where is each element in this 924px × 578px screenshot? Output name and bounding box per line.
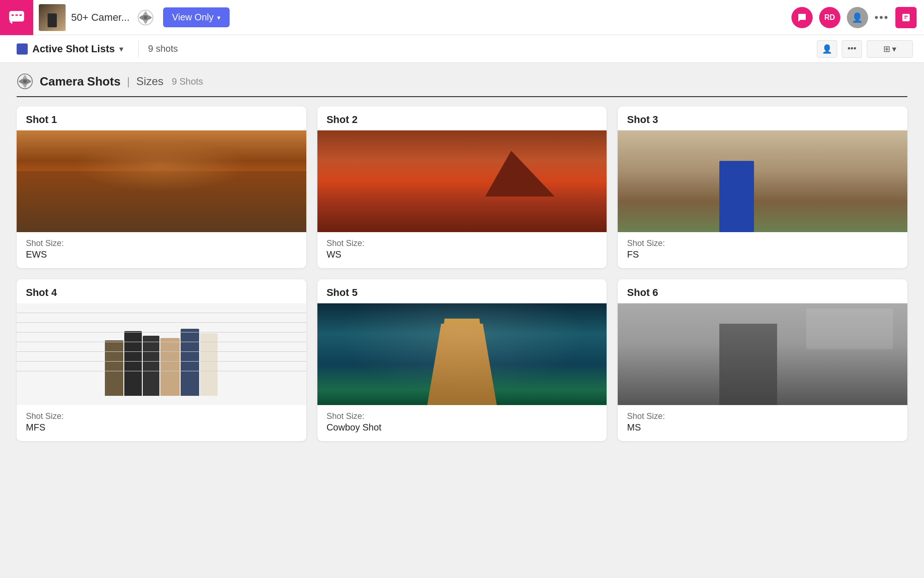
shot-1-size-value: EWS [26, 249, 297, 260]
shot-2-body: Shot Size: WS [317, 232, 607, 268]
shot-3-header: Shot 3 [618, 106, 907, 130]
shot-5-header: Shot 5 [317, 279, 607, 303]
shot-2-size-value: WS [327, 249, 598, 260]
sub-header-divider [138, 41, 139, 57]
shot-2-header: Shot 2 [317, 106, 607, 130]
shot-3-size-value: FS [627, 249, 898, 260]
shot-4-body: Shot Size: MFS [17, 405, 306, 441]
view-only-label: View Only [172, 12, 214, 23]
sub-header-bar: Active Shot Lists ▾ 9 shots 👤 ••• ⊞ ▾ [0, 35, 924, 63]
shot-2-size-label: Shot Size: [327, 239, 598, 248]
comment-icon-button[interactable] [791, 7, 813, 28]
section-shots-count: 9 Shots [172, 76, 203, 87]
shot-5-size-label: Shot Size: [327, 412, 598, 421]
notification-icon-button[interactable] [895, 7, 917, 28]
view-only-button[interactable]: View Only ▾ [163, 7, 230, 27]
shot-card-5: Shot 5 Shot Size: Cowboy Shot [317, 279, 607, 441]
section-logo-icon [17, 73, 33, 90]
shots-grid: Shot 1 Shot Size: EWS Shot 2 Shot Size: … [0, 106, 924, 458]
shot-4-size-label: Shot Size: [26, 412, 297, 421]
active-shot-lists-icon [17, 43, 28, 55]
svg-rect-2 [15, 14, 18, 16]
grid-view-icon: ⊞ [883, 44, 890, 54]
shot-1-header: Shot 1 [17, 106, 306, 130]
shot-card-4: Shot 4 Shot Si [17, 279, 306, 441]
shot-5-size-value: Cowboy Shot [327, 422, 598, 433]
user-avatar-rd[interactable]: RD [819, 7, 840, 28]
view-toggle-button[interactable]: ⊞ ▾ [867, 40, 913, 58]
shot-6-header: Shot 6 [618, 279, 907, 303]
shot-2-image [317, 130, 607, 232]
user-avatar-generic[interactable]: 👤 [847, 7, 868, 28]
shot-card-2: Shot 2 Shot Size: WS [317, 106, 607, 268]
view-only-chevron-icon: ▾ [217, 14, 220, 21]
brand-bar [0, 0, 33, 35]
section-divider-line [17, 96, 907, 97]
section-subtitle: Sizes [136, 75, 164, 88]
app-header: 50+ Camer... View Only ▾ RD 👤 ••• [0, 0, 924, 35]
shot-1-size-label: Shot Size: [26, 239, 297, 248]
section-divider: | [127, 75, 130, 88]
shot-card-6: Shot 6 Shot Size: MS [618, 279, 907, 441]
view-toggle-chevron-icon: ▾ [892, 44, 896, 54]
shot-3-image [618, 130, 907, 232]
active-shot-lists-button[interactable]: Active Shot Lists ▾ [11, 39, 129, 59]
svg-point-5 [144, 16, 147, 19]
svg-rect-7 [904, 16, 908, 17]
sub-header-right-controls: 👤 ••• ⊞ ▾ [817, 40, 913, 58]
shot-1-image [17, 130, 306, 232]
shots-count-label: 9 shots [148, 43, 177, 54]
shot-6-size-label: Shot Size: [627, 412, 898, 421]
shot-card-1: Shot 1 Shot Size: EWS [17, 106, 306, 268]
active-shot-lists-chevron-icon: ▾ [119, 44, 123, 54]
chat-icon [8, 9, 25, 26]
more-options-sub-button[interactable]: ••• [842, 40, 862, 58]
section-header: Camera Shots | Sizes 9 Shots [0, 63, 924, 96]
shot-4-size-value: MFS [26, 422, 297, 433]
section-title: Camera Shots [40, 74, 121, 89]
project-thumbnail[interactable] [39, 4, 66, 31]
shot-3-size-label: Shot Size: [627, 239, 898, 248]
shot-5-body: Shot Size: Cowboy Shot [317, 405, 607, 441]
active-shot-lists-label: Active Shot Lists [32, 43, 115, 55]
svg-rect-8 [904, 18, 906, 18]
svg-rect-0 [9, 11, 24, 21]
shot-card-3: Shot 3 Shot Size: FS [618, 106, 907, 268]
shot-3-body: Shot Size: FS [618, 232, 907, 268]
header-right-actions: RD 👤 ••• [791, 7, 917, 28]
shot-4-header: Shot 4 [17, 279, 306, 303]
more-options-button[interactable]: ••• [875, 11, 889, 24]
shot-6-image [618, 303, 907, 405]
person-filter-button[interactable]: 👤 [817, 40, 837, 58]
shot-4-image [17, 303, 306, 405]
person-filter-icon: 👤 [822, 44, 832, 54]
shot-1-body: Shot Size: EWS [17, 232, 306, 268]
app-logo-icon [137, 9, 154, 26]
more-icon: ••• [848, 44, 857, 54]
shot-6-body: Shot Size: MS [618, 405, 907, 441]
shot-5-image [317, 303, 607, 405]
shot-6-size-value: MS [627, 422, 898, 433]
svg-rect-3 [19, 14, 22, 16]
svg-rect-1 [12, 14, 14, 16]
project-title: 50+ Camer... [71, 12, 130, 24]
svg-point-10 [23, 80, 27, 83]
